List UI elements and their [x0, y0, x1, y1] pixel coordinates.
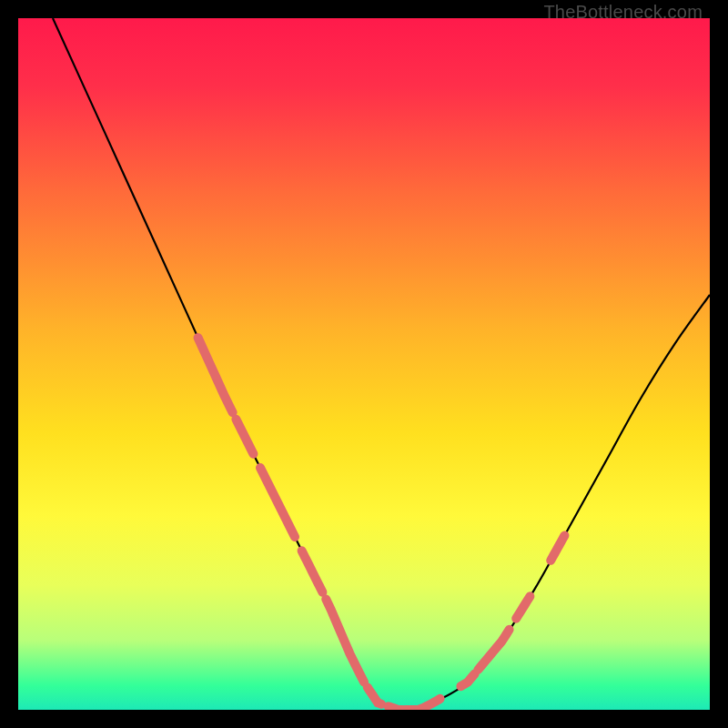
highlight-dash	[406, 699, 440, 710]
highlight-dash	[326, 599, 364, 682]
highlight-dash	[460, 673, 474, 686]
highlight-dash	[516, 596, 530, 618]
bottleneck-curve	[18, 18, 710, 710]
curve-line	[53, 18, 710, 710]
highlight-dash	[478, 630, 509, 670]
highlight-dash	[302, 551, 323, 592]
chart-frame	[18, 18, 710, 710]
highlight-dash	[368, 687, 381, 703]
watermark-text: TheBottleneck.com	[543, 2, 703, 23]
highlight-dash	[260, 468, 295, 537]
plot-area	[18, 18, 710, 710]
highlight-dashes	[198, 338, 565, 710]
highlight-dash	[551, 535, 564, 560]
highlight-dash	[389, 706, 402, 710]
highlight-dash	[236, 420, 253, 454]
highlight-dash	[198, 338, 233, 412]
